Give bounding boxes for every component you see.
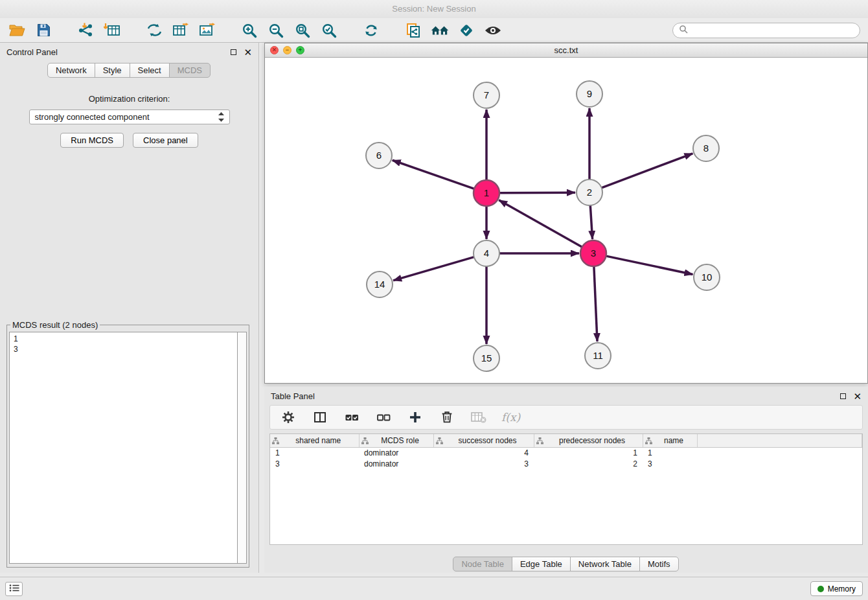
delete-column-icon[interactable] (438, 408, 456, 426)
node-1[interactable]: 1 (474, 180, 499, 206)
import-table-icon[interactable] (103, 21, 121, 40)
close-panel-button[interactable]: Close panel (133, 133, 198, 148)
network-window: ✕ − + scc.txt 7968124314101511 (264, 43, 868, 384)
node-label: 11 (593, 350, 603, 361)
tab-node-table[interactable]: Node Table (453, 557, 512, 571)
import-network-icon[interactable] (76, 21, 95, 40)
edge-4-14[interactable] (393, 257, 474, 281)
copy-network-icon[interactable] (404, 21, 422, 40)
mcds-result-line: 1 (14, 334, 233, 344)
node-15[interactable]: 15 (474, 345, 499, 371)
cell-predecessor-nodes[interactable]: 2 (534, 458, 643, 469)
node-11[interactable]: 11 (585, 343, 611, 369)
tab-network-table[interactable]: Network Table (570, 557, 640, 571)
column-header-predecessor-nodes[interactable]: predecessor nodes (534, 434, 643, 447)
cell-name[interactable]: 3 (643, 458, 697, 469)
column-tree-icon (645, 437, 652, 446)
window-minimize-icon[interactable]: − (283, 46, 291, 54)
apply-style-icon[interactable] (457, 21, 475, 40)
export-network-icon[interactable] (145, 21, 163, 40)
deselect-all-icon[interactable] (374, 408, 393, 426)
column-label: predecessor nodes (559, 436, 625, 445)
edge-2-3[interactable] (590, 205, 592, 239)
edge-1-2[interactable] (499, 192, 575, 193)
cell-mcds-role[interactable]: dominator (359, 447, 433, 458)
close-table-panel-icon[interactable]: ✕ (853, 391, 862, 401)
cell-successor-nodes[interactable]: 4 (433, 447, 534, 458)
node-label: 8 (703, 143, 709, 154)
export-image-icon[interactable] (198, 21, 216, 40)
run-mcds-button[interactable]: Run MCDS (60, 133, 124, 148)
memory-button[interactable]: Memory (810, 581, 863, 596)
cell-shared-name[interactable]: 1 (270, 447, 359, 458)
table-row[interactable]: 1dominator411 (270, 447, 862, 458)
cell-mcds-role[interactable]: dominator (359, 458, 433, 469)
node-7[interactable]: 7 (474, 82, 499, 108)
node-2[interactable]: 2 (577, 179, 602, 205)
edge-3-10[interactable] (606, 256, 693, 274)
edge-3-1[interactable] (499, 200, 582, 247)
close-panel-icon[interactable]: ✕ (244, 47, 252, 57)
node-14[interactable]: 14 (367, 271, 393, 297)
cell-successor-nodes[interactable]: 3 (433, 458, 534, 469)
export-table-icon[interactable] (172, 21, 190, 40)
tab-mcds[interactable]: MCDS (169, 63, 211, 78)
node-3[interactable]: 3 (580, 240, 606, 266)
save-session-icon[interactable] (34, 21, 52, 40)
cell-name[interactable]: 1 (643, 447, 697, 458)
column-label: MCDS role (381, 436, 419, 445)
control-panel-title: Control Panel (6, 47, 58, 57)
float-table-panel-icon[interactable] (840, 393, 846, 399)
node-6[interactable]: 6 (366, 143, 392, 168)
column-label: name (664, 436, 683, 445)
table-panel-title: Table Panel (271, 391, 315, 401)
network-window-titlebar[interactable]: ✕ − + scc.txt (265, 43, 867, 58)
tab-edge-table[interactable]: Edge Table (512, 557, 571, 571)
edge-1-6[interactable] (393, 160, 474, 189)
float-panel-icon[interactable] (231, 49, 236, 55)
column-header-mcds-role[interactable]: MCDS role (359, 434, 433, 447)
search-box[interactable] (672, 23, 860, 38)
refresh-icon[interactable] (362, 21, 380, 40)
tab-network[interactable]: Network (47, 63, 95, 78)
mcds-result-scrollbar[interactable] (238, 332, 247, 564)
window-zoom-icon[interactable]: + (296, 46, 304, 54)
column-tree-icon (272, 437, 279, 446)
tab-motifs[interactable]: Motifs (639, 557, 679, 571)
cell-predecessor-nodes[interactable]: 1 (534, 447, 643, 458)
edge-3-11[interactable] (594, 266, 597, 341)
edge-2-8[interactable] (602, 154, 693, 188)
node-8[interactable]: 8 (693, 135, 719, 161)
select-all-icon[interactable] (343, 408, 361, 426)
mcds-result-list[interactable]: 13 (9, 332, 238, 564)
node-10[interactable]: 10 (694, 264, 720, 290)
zoom-fit-icon[interactable] (293, 21, 312, 40)
column-label: successor nodes (458, 436, 516, 445)
tab-select[interactable]: Select (130, 63, 170, 78)
show-panel-menu-button[interactable] (5, 582, 23, 596)
cell-shared-name[interactable]: 3 (270, 458, 359, 469)
table-row[interactable]: 3dominator323 (270, 458, 862, 469)
column-header-shared-name[interactable]: shared name (270, 434, 359, 447)
tab-style[interactable]: Style (95, 63, 130, 78)
node-4[interactable]: 4 (474, 240, 499, 266)
column-header-name[interactable]: name (643, 434, 697, 447)
show-columns-icon[interactable] (311, 408, 329, 426)
criterion-select[interactable]: strongly connected component (29, 110, 230, 124)
open-file-icon[interactable] (8, 21, 26, 40)
zoom-out-icon[interactable] (267, 21, 285, 40)
node-label: 1 (484, 187, 489, 198)
node-9[interactable]: 9 (577, 81, 602, 107)
show-hide-eye-icon[interactable] (484, 21, 502, 40)
home-layout-icon[interactable] (431, 21, 449, 40)
zoom-selected-icon[interactable] (320, 21, 338, 40)
table-header-row: shared nameMCDS rolesuccessor nodesprede… (270, 434, 862, 447)
window-close-icon[interactable]: ✕ (270, 46, 279, 54)
network-canvas[interactable]: 7968124314101511 (265, 58, 867, 383)
search-input[interactable] (691, 25, 854, 35)
column-header-successor-nodes[interactable]: successor nodes (433, 434, 534, 447)
gear-icon[interactable] (279, 408, 297, 426)
add-column-icon[interactable] (406, 408, 424, 426)
zoom-in-icon[interactable] (240, 21, 258, 40)
control-panel-tabs: Network Style Select MCDS (0, 63, 258, 78)
